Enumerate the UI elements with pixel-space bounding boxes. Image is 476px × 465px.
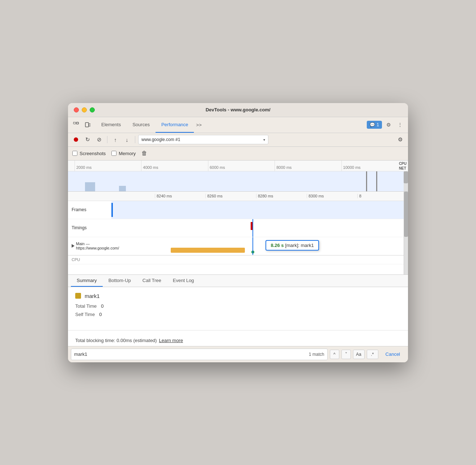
timeline-scrollbar-thumb	[404, 171, 408, 183]
export-button[interactable]: ↓	[122, 135, 132, 145]
maximize-button[interactable]	[90, 107, 95, 112]
summary-divider	[68, 330, 408, 330]
timings-label: Timings	[68, 225, 111, 230]
memory-checkbox[interactable]	[111, 151, 116, 156]
case-sensitive-button[interactable]: Aa	[353, 350, 365, 359]
title-bar: DevTools - www.google.com/	[68, 103, 408, 117]
cpu-net-labels: CPU NET	[399, 161, 408, 171]
devtools-tabs-bar: Elements Sources Performance >> 💬 1 ⚙ ⋮	[68, 117, 408, 133]
memory-checkbox-label[interactable]: Memory	[111, 151, 136, 156]
timeline-ruler: 2000 ms 4000 ms 6000 ms 8000 ms 10000 ms…	[68, 161, 408, 171]
minimize-button[interactable]	[82, 107, 87, 112]
ruler-mark-4000: 4000 ms	[141, 161, 208, 171]
ruler-mark-8000: 8000 ms	[275, 161, 341, 171]
timeline-scrollbar[interactable]	[404, 171, 408, 191]
tab-summary[interactable]: Summary	[71, 275, 103, 287]
frames-bg	[111, 201, 408, 219]
console-badge-button[interactable]: 💬 1	[367, 121, 382, 129]
more-options-icon[interactable]: ⋮	[395, 120, 405, 130]
tab-call-tree[interactable]: Call Tree	[137, 275, 167, 287]
toolbar-separator-1	[107, 136, 107, 143]
detail-mark-8end: 8	[357, 194, 408, 198]
window-title: DevTools - www.google.com/	[205, 107, 270, 112]
svg-point-4	[74, 137, 78, 142]
cpu-bar-1	[85, 182, 95, 191]
record-button[interactable]	[71, 135, 81, 145]
main-label: Main — https://www.google.com/	[68, 242, 111, 250]
url-bar: www.google.com #1 ▾	[138, 135, 268, 144]
summary-mark-name: mark1	[85, 293, 100, 299]
svg-rect-1	[76, 122, 78, 124]
main-expand-icon[interactable]	[72, 244, 75, 248]
tab-sources[interactable]: Sources	[127, 117, 156, 133]
total-time-value: 0	[101, 303, 103, 309]
ruler-mark-6000: 6000 ms	[208, 161, 275, 171]
console-icon: 💬	[370, 122, 375, 127]
search-cancel-button[interactable]: Cancel	[381, 350, 405, 358]
self-time-label: Self Time	[75, 312, 95, 317]
console-badge-count: 1	[377, 122, 379, 127]
frames-row: Frames	[68, 201, 408, 219]
url-bar-arrow: ▾	[263, 138, 265, 142]
timeline-overview-chart[interactable]	[68, 171, 408, 191]
detail-scrollbar[interactable]	[404, 192, 408, 274]
detail-mark-8260: 8260 ms	[205, 194, 256, 198]
devtools-tabs-right: 💬 1 ⚙ ⋮	[367, 120, 405, 130]
detail-mark-8300: 8300 ms	[307, 194, 357, 198]
search-bar: 1 match ^ ˅ Aa .* Cancel	[68, 346, 408, 362]
regex-button[interactable]: .*	[367, 350, 378, 359]
cpu-label: CPU	[68, 257, 111, 262]
clear-recordings-button[interactable]: 🗑	[141, 150, 147, 157]
learn-more-link[interactable]: Learn more	[159, 338, 183, 343]
ruler-marks: 2000 ms 4000 ms 6000 ms 8000 ms 10000 ms	[68, 161, 408, 171]
toolbar-separator-2	[135, 136, 135, 143]
cpu-row: CPU	[68, 255, 408, 264]
settings-icon-button[interactable]: ⚙	[383, 120, 394, 130]
screenshots-checkbox[interactable]	[72, 151, 77, 156]
detail-ruler: 8240 ms 8260 ms 8280 ms 8300 ms 8	[68, 192, 408, 201]
close-button[interactable]	[74, 107, 79, 112]
cpu-content	[111, 256, 408, 264]
search-next-button[interactable]: ˅	[341, 350, 351, 359]
main-activity-bar	[171, 248, 245, 253]
svg-rect-2	[85, 123, 89, 127]
detail-timeline: 8240 ms 8260 ms 8280 ms 8300 ms 8 Frames	[68, 192, 408, 275]
selection-marker-2	[376, 171, 377, 191]
traffic-lights	[74, 107, 95, 112]
performance-settings-button[interactable]: ⚙	[395, 135, 405, 145]
import-button[interactable]: ↑	[110, 135, 120, 145]
reload-button[interactable]: ↻	[82, 135, 93, 145]
mark-tooltip: 8.26 s [mark]: mark1	[265, 240, 319, 251]
bottom-tabs-bar: Summary Bottom-Up Call Tree Event Log	[68, 275, 408, 287]
screenshots-checkbox-label[interactable]: Screenshots	[72, 151, 106, 156]
tab-more-button[interactable]: >>	[194, 119, 204, 131]
tab-elements[interactable]: Elements	[95, 117, 127, 133]
device-toggle-icon[interactable]	[82, 120, 93, 130]
clear-button[interactable]: ⊘	[94, 135, 104, 145]
main-row: Main — https://www.google.com/ 8.26 s [m…	[68, 237, 408, 255]
detail-scrollbar-thumb	[404, 192, 408, 237]
cpu-bar-2	[119, 186, 126, 191]
bottom-panel: Summary Bottom-Up Call Tree Event Log ma…	[68, 275, 408, 346]
performance-toolbar: ↻ ⊘ ↑ ↓ www.google.com #1 ▾ ⚙	[68, 133, 408, 147]
match-count: 1 match	[309, 352, 324, 357]
search-prev-button[interactable]: ^	[330, 350, 339, 359]
devtools-window: DevTools - www.google.com/ Elements Sour…	[68, 103, 408, 362]
timings-row: Timings	[68, 219, 408, 237]
timeline-overview-area: 2000 ms 4000 ms 6000 ms 8000 ms 10000 ms…	[68, 161, 408, 192]
tab-performance[interactable]: Performance	[156, 117, 194, 133]
url-bar-text: www.google.com #1	[141, 137, 180, 142]
timings-content	[111, 219, 408, 237]
inspect-icon[interactable]	[71, 120, 81, 130]
search-input[interactable]	[74, 351, 306, 357]
svg-rect-0	[73, 122, 76, 124]
ruler-mark-10000: 10000 ms	[341, 161, 408, 171]
main-content: 8.26 s [mark]: mark1	[111, 237, 408, 255]
total-time-label: Total Time	[75, 303, 97, 309]
selection-marker-1	[366, 171, 367, 191]
summary-title-row: mark1	[75, 293, 401, 299]
frames-label: Frames	[68, 207, 111, 212]
tab-event-log[interactable]: Event Log	[167, 275, 200, 287]
detail-mark-8240: 8240 ms	[155, 194, 205, 198]
tab-bottom-up[interactable]: Bottom-Up	[103, 275, 137, 287]
